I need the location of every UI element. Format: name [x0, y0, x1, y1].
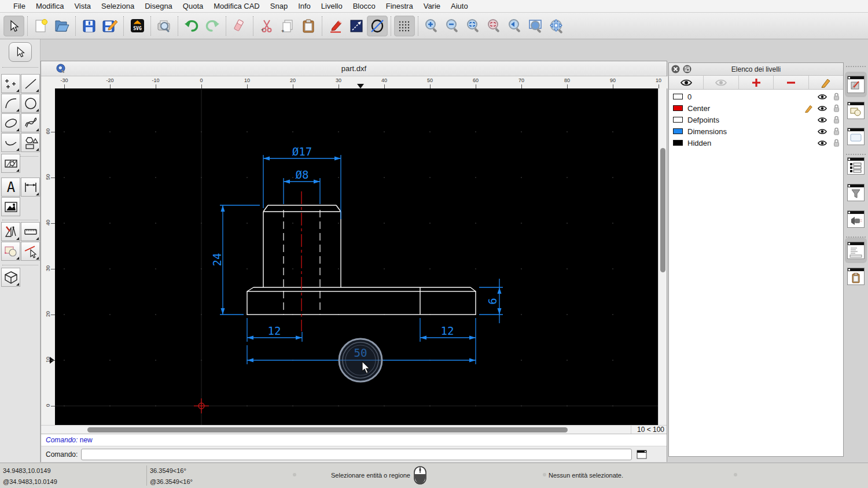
undo-button[interactable]	[181, 16, 202, 36]
save-as-button[interactable]	[100, 16, 120, 36]
clipboard-dock-button[interactable]	[847, 268, 865, 285]
lock-icon[interactable]	[833, 93, 840, 101]
menu-item-livello[interactable]: Livello	[316, 2, 348, 10]
hide-all-layers-button[interactable]	[704, 76, 738, 89]
lock-icon[interactable]	[833, 104, 840, 112]
layer-list-dock-button[interactable]	[847, 76, 865, 93]
menu-item-snap[interactable]: Snap	[265, 2, 293, 10]
eye-icon[interactable]	[818, 105, 827, 112]
layer-visibility-toggle[interactable]	[815, 140, 829, 146]
layer-lock-toggle[interactable]	[829, 93, 843, 101]
command-line-dock-button[interactable]	[847, 242, 865, 259]
property-editor-dock-button[interactable]	[847, 157, 865, 175]
zoom-in-button[interactable]	[421, 16, 442, 36]
layer-lock-toggle[interactable]	[829, 116, 843, 124]
menu-item-vista[interactable]: Vista	[69, 2, 96, 10]
block-list-dock-button[interactable]	[847, 102, 865, 119]
menu-item-file[interactable]: File	[8, 2, 31, 10]
save-button[interactable]	[79, 16, 100, 36]
select-arrow-button[interactable]	[3, 16, 24, 36]
points-tool[interactable]	[1, 74, 20, 93]
layer-lock-toggle[interactable]	[829, 127, 843, 135]
eye-icon[interactable]	[818, 140, 827, 146]
circle-tool[interactable]	[21, 94, 40, 113]
vertical-scrollbar-thumb[interactable]	[660, 148, 665, 272]
arc-tool[interactable]	[1, 94, 20, 113]
palette-select-button[interactable]	[9, 42, 32, 62]
zoom-back-button[interactable]	[505, 16, 525, 36]
zoom-auto-button[interactable]	[463, 16, 484, 36]
menu-item-modifica-cad[interactable]: Modifica CAD	[208, 2, 264, 10]
eye-icon[interactable]	[818, 128, 827, 135]
menu-item-modifica[interactable]: Modifica	[31, 2, 69, 10]
menu-item-varie[interactable]: Varie	[418, 2, 446, 10]
open-file-button[interactable]	[52, 16, 72, 36]
document-titlebar[interactable]: part.dxf	[41, 61, 667, 76]
menu-item-finestra[interactable]: Finestra	[381, 2, 418, 10]
horizontal-scrollbar[interactable]: 10 < 100	[41, 425, 667, 434]
menu-item-aiuto[interactable]: Aiuto	[446, 2, 473, 10]
layer-visibility-toggle[interactable]	[815, 94, 829, 100]
layer-row-0[interactable]: 0	[669, 91, 843, 102]
command-input[interactable]	[81, 449, 632, 460]
layer-visibility-toggle[interactable]	[815, 128, 829, 135]
layer-lock-toggle[interactable]	[829, 104, 843, 112]
select-shapes-tool[interactable]	[1, 242, 20, 261]
grid-toggle-button[interactable]	[394, 16, 415, 36]
draft-tools[interactable]	[1, 222, 20, 241]
menu-item-blocco[interactable]: Blocco	[348, 2, 381, 10]
horizontal-scrollbar-thumb[interactable]	[87, 427, 568, 432]
layer-visibility-toggle[interactable]	[815, 105, 829, 112]
menu-item-quota[interactable]: Quota	[178, 2, 208, 10]
draw-attributes-pencil-button[interactable]	[325, 16, 346, 36]
drawing-canvas[interactable]: Ø17 Ø8 24 6 12 12 50	[55, 88, 659, 425]
print-preview-button[interactable]	[154, 16, 175, 36]
lock-icon[interactable]	[833, 127, 840, 135]
shapes-tool[interactable]	[21, 133, 40, 152]
show-all-layers-button[interactable]	[669, 76, 704, 89]
menu-item-info[interactable]: Info	[293, 2, 316, 10]
construction-toggle-button[interactable]	[367, 16, 388, 36]
redo-button[interactable]	[202, 16, 223, 36]
command-toggle-button[interactable]	[635, 449, 648, 460]
command-announcer-dock-button[interactable]	[847, 210, 865, 228]
edit-layer-button[interactable]	[809, 76, 843, 89]
image-tool[interactable]	[1, 197, 20, 216]
erase-button[interactable]	[229, 16, 250, 36]
line-attributes-button[interactable]	[346, 16, 367, 36]
eye-icon[interactable]	[818, 94, 827, 100]
layer-lock-toggle[interactable]	[829, 139, 843, 147]
pan-button[interactable]	[546, 16, 567, 36]
svg-export-button[interactable]: SVG	[127, 16, 148, 36]
ellipse-tool[interactable]	[1, 113, 20, 132]
lock-icon[interactable]	[833, 116, 840, 124]
lock-icon[interactable]	[833, 139, 840, 147]
zoom-out-button[interactable]	[442, 16, 463, 36]
layer-row-dimensions[interactable]: Dimensions	[669, 125, 843, 137]
remove-layer-button[interactable]	[774, 76, 808, 89]
layer-visibility-toggle[interactable]	[815, 117, 829, 123]
text-tool[interactable]: A	[1, 178, 20, 197]
menu-item-disegna[interactable]: Disegna	[139, 2, 178, 10]
dimension-tool[interactable]	[21, 178, 40, 197]
menu-item-seleziona[interactable]: Seleziona	[96, 2, 139, 10]
part-outline[interactable]	[247, 205, 476, 315]
hatch-tool[interactable]	[1, 154, 20, 173]
paste-button[interactable]	[298, 16, 319, 36]
new-file-button[interactable]	[31, 16, 52, 36]
polyline-tool[interactable]	[1, 133, 20, 152]
measure-tool[interactable]	[21, 222, 40, 241]
layer-row-hidden[interactable]: Hidden	[669, 137, 843, 149]
line-tool[interactable]	[21, 74, 40, 93]
copy-button[interactable]: +	[277, 16, 298, 36]
library-browser-dock-button[interactable]	[847, 128, 865, 145]
spline-tool[interactable]	[21, 113, 40, 132]
layer-row-defpoints[interactable]: Defpoints	[669, 114, 843, 125]
zoom-previous-button[interactable]	[484, 16, 505, 36]
selection-filter-dock-button[interactable]	[847, 184, 865, 201]
cut-button[interactable]: +	[256, 16, 277, 36]
dimensions[interactable]	[220, 155, 503, 364]
deselect-tool[interactable]	[21, 242, 40, 261]
eye-icon[interactable]	[818, 117, 827, 123]
add-layer-button[interactable]	[739, 76, 774, 89]
